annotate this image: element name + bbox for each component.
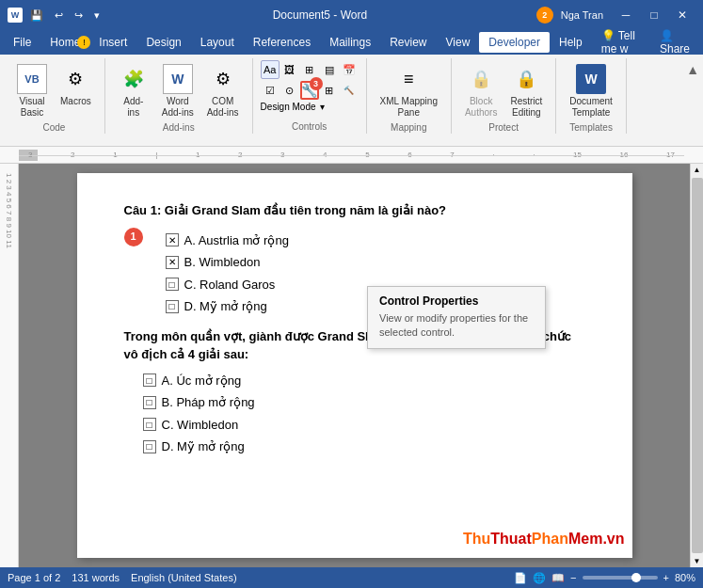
xml-mapping-icon: ≡ — [393, 64, 423, 94]
menu-share[interactable]: 👤 Share — [650, 25, 699, 59]
menu-help[interactable]: Help — [550, 32, 592, 53]
tooltip-title: Control Properties — [379, 294, 534, 308]
quick-access-toolbar: W 💾 ↩ ↪ ▾ — [8, 8, 104, 24]
answer-d: □ D. Mỹ mở rộng — [166, 297, 289, 316]
checkbox-a[interactable] — [166, 233, 179, 246]
tooltip-body: View or modify properties for the select… — [379, 311, 534, 341]
collapse-ribbon-btn[interactable]: ▲ — [686, 62, 699, 77]
ctrl-radio-icon[interactable]: ⊙ — [280, 81, 299, 100]
zoom-slider[interactable] — [583, 576, 658, 580]
com-add-ins-btn[interactable]: ⚙ COMAdd-ins — [201, 60, 245, 122]
ribbon-group-code: VB VisualBasic ⚙ Macros ! Code — [4, 58, 105, 134]
ctrl-picture-icon[interactable]: 🖼 — [280, 60, 299, 79]
document-scroll[interactable]: Câu 1: Giải Grand Slam đầu tiên trong nă… — [19, 164, 690, 567]
answer-b2-text: B. Pháp mở rộng — [162, 393, 255, 412]
checkbox-d[interactable]: □ — [166, 300, 179, 313]
xml-mapping-btn[interactable]: ≡ XML MappingPane — [375, 60, 443, 122]
redo-btn[interactable]: ↪ — [71, 8, 87, 24]
menu-insert[interactable]: Insert — [89, 32, 136, 53]
view-web-icon[interactable]: 🌐 — [533, 572, 546, 584]
ctrl-mode-icon[interactable]: 🔨 — [340, 81, 359, 100]
answer-a: A. Austrlia mở rộng — [166, 231, 289, 250]
menu-layout[interactable]: Layout — [191, 32, 244, 53]
language: English (United States) — [131, 572, 237, 583]
checkbox-c2[interactable]: □ — [143, 418, 156, 431]
ctrl-properties-icon[interactable]: 🔧 3 — [300, 81, 319, 100]
close-btn[interactable]: ✕ — [669, 2, 695, 28]
status-left: Page 1 of 2 131 words English (United St… — [8, 572, 514, 583]
visual-basic-btn[interactable]: VB VisualBasic — [11, 60, 53, 122]
answer-c: □ C. Roland Garos — [166, 276, 289, 294]
menu-developer[interactable]: Developer — [479, 32, 550, 53]
maximize-btn[interactable]: □ — [641, 2, 667, 28]
checkbox-a2[interactable]: □ — [143, 373, 156, 387]
visual-basic-label: VisualBasic — [19, 96, 44, 119]
restrict-editing-btn[interactable]: 🔒 RestrictEditing — [504, 60, 548, 122]
protect-group-label: Protect — [488, 122, 519, 135]
scroll-down-btn[interactable]: ▼ — [692, 555, 703, 567]
add-ins-btn[interactable]: 🧩 Add-ins — [113, 60, 154, 122]
ctrl-combobox-icon[interactable]: ⊞ — [300, 60, 319, 79]
menu-references[interactable]: References — [244, 32, 320, 53]
answer-a2: □ A. Úc mở rộng — [143, 372, 585, 390]
scrollbar-vertical[interactable]: ▲ ▼ — [690, 164, 703, 567]
answer-b: B. Wimbledon — [166, 253, 289, 272]
question-text: Câu 1: Giải Grand Slam đầu tiên trong nă… — [124, 201, 585, 220]
document-template-btn[interactable]: W DocumentTemplate — [564, 60, 618, 122]
restrict-editing-icon: 🔒 — [511, 64, 541, 94]
checkbox-b2[interactable]: □ — [143, 396, 156, 409]
add-ins-group-label: Add-ins — [163, 122, 195, 135]
document-page: Câu 1: Giải Grand Slam đầu tiên trong nă… — [77, 173, 632, 558]
ctrl-group-icon[interactable]: ⊞ — [320, 81, 339, 100]
com-add-ins-label: COMAdd-ins — [207, 96, 239, 119]
ctrl-dropdown-icon[interactable]: ▤ — [320, 60, 339, 79]
restrict-editing-label: RestrictEditing — [510, 96, 542, 119]
checkbox-d2[interactable]: □ — [143, 440, 156, 453]
visual-basic-icon: VB — [17, 64, 47, 94]
word-add-ins-btn[interactable]: W WordAdd-ins — [156, 60, 200, 122]
view-read-icon[interactable]: 📖 — [551, 572, 565, 584]
checkbox-c[interactable]: □ — [166, 278, 179, 291]
zoom-minus-btn[interactable]: − — [570, 572, 576, 583]
customize-btn[interactable]: ▾ — [90, 8, 104, 24]
ctrl-checkbox-icon[interactable]: ☑ — [261, 81, 280, 100]
document-template-icon: W — [576, 64, 606, 94]
scroll-up-btn[interactable]: ▲ — [692, 164, 703, 176]
zoom-plus-btn[interactable]: + — [663, 572, 669, 583]
controls-group-label: Controls — [292, 121, 327, 134]
xml-mapping-label: XML MappingPane — [380, 96, 438, 119]
word-add-ins-icon: W — [163, 64, 193, 94]
ctrl-date-icon[interactable]: 📅 — [340, 60, 359, 79]
answer-d2-text: D. Mỹ mở rộng — [162, 437, 245, 456]
answer-c2-text: C. Wimbledon — [162, 416, 239, 435]
ctrl-text-icon[interactable]: Aa — [261, 60, 280, 79]
menu-design[interactable]: Design — [136, 32, 190, 53]
macros-btn[interactable]: ⚙ Macros ! — [55, 60, 97, 111]
menu-view[interactable]: View — [437, 32, 480, 53]
watermark-vn: .vn — [602, 531, 624, 547]
save-btn[interactable]: 💾 — [26, 8, 47, 24]
menu-bar: File Home Insert Design Layout Reference… — [0, 30, 703, 55]
step1-badge: 1 — [124, 228, 143, 246]
status-right: 📄 🌐 📖 − + 80% — [514, 572, 695, 584]
word-icon: W — [8, 8, 23, 23]
menu-tell-me[interactable]: 💡 Tell me w — [592, 25, 650, 59]
view-print-icon[interactable]: 📄 — [514, 572, 527, 584]
undo-btn[interactable]: ↩ — [51, 8, 67, 24]
zoom-level[interactable]: 80% — [675, 572, 695, 583]
block-authors-btn[interactable]: 🔒 BlockAuthors — [459, 60, 503, 122]
menu-mailings[interactable]: Mailings — [320, 32, 380, 53]
ribbon-group-templates: W DocumentTemplate Templates — [556, 58, 627, 134]
menu-review[interactable]: Review — [380, 32, 436, 53]
answer-d2: □ D. Mỹ mở rộng — [143, 437, 585, 456]
ribbon-group-addins: 🧩 Add-ins W WordAdd-ins ⚙ COMAdd-ins Add… — [105, 58, 253, 134]
answer-a-text: A. Austrlia mở rộng — [184, 231, 289, 250]
ribbon-group-protect: 🔒 BlockAuthors 🔒 RestrictEditing Protect — [452, 58, 556, 134]
zoom-handle[interactable] — [631, 573, 641, 582]
scroll-thumb[interactable] — [692, 178, 703, 553]
add-ins-icon: 🧩 — [119, 64, 149, 94]
checkbox-b[interactable] — [166, 256, 179, 269]
minimize-btn[interactable]: ─ — [613, 2, 639, 28]
menu-file[interactable]: File — [4, 32, 40, 53]
mapping-group-label: Mapping — [391, 122, 426, 135]
